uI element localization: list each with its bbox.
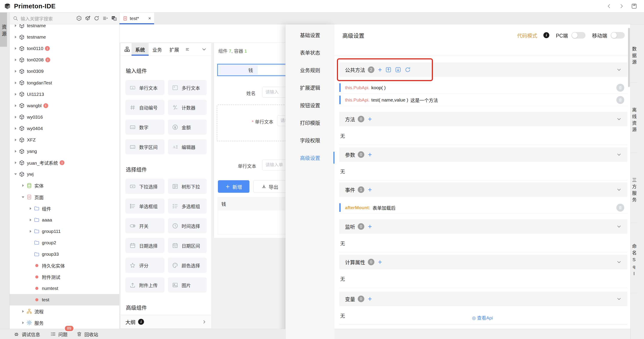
tree-item[interactable]: 实体 (10, 180, 119, 191)
palette-item[interactable]: 评分 (126, 258, 164, 273)
section-header[interactable]: 参数0+ (339, 147, 627, 162)
import-icon[interactable] (385, 66, 392, 73)
chevron-right-icon[interactable] (13, 80, 18, 85)
section-header[interactable]: 公共方法2+ (339, 62, 627, 77)
palette-item[interactable]: 附件上传 (126, 278, 164, 292)
save-icon[interactable] (631, 3, 638, 10)
tree-item[interactable]: test (10, 294, 119, 306)
chevron-right-icon[interactable] (28, 229, 33, 234)
right-sidebar-tab[interactable]: 命名Sql (631, 223, 637, 293)
tree-item[interactable]: 页面 (10, 192, 119, 203)
chevron-right-icon[interactable] (13, 24, 18, 28)
add-icon[interactable]: + (368, 186, 372, 193)
code-mode-link[interactable]: 代码模式 (517, 32, 537, 39)
export-icon[interactable] (395, 66, 401, 73)
right-sidebar-tab[interactable]: 三方服务 (631, 153, 637, 223)
grid-icon[interactable] (124, 46, 130, 52)
add-icon[interactable]: + (378, 258, 382, 266)
refresh-icon[interactable] (94, 15, 100, 21)
chevron-down-icon[interactable] (616, 67, 622, 72)
palette-item[interactable]: 单选框组 (126, 198, 164, 214)
method-row[interactable]: this.PubApi.koop( ) (339, 82, 627, 94)
section-header[interactable]: 监听0+ (339, 219, 627, 234)
chevron-right-icon[interactable] (20, 320, 26, 325)
settings-menu-item[interactable]: 打印模版 (286, 114, 334, 131)
palette-item[interactable]: 开关 (126, 218, 164, 233)
palette-tab-业务[interactable]: 业务 (148, 43, 166, 56)
resource-tree[interactable]: testnametestnameton0110!ton0208!ton0309t… (10, 24, 120, 329)
chevron-right-icon[interactable] (20, 309, 26, 314)
back-icon[interactable] (606, 3, 612, 9)
settings-menu-item[interactable]: 表单状态 (286, 44, 334, 61)
palette-tab-系统[interactable]: 系统 (132, 43, 148, 56)
table-header-cell[interactable]: 钱 (218, 197, 286, 210)
chevron-right-icon[interactable] (13, 138, 18, 142)
chevron-down-icon[interactable] (616, 152, 622, 157)
add-icon[interactable]: + (368, 151, 372, 158)
section-header[interactable]: 事件1+ (339, 182, 627, 197)
tree-item[interactable]: wy0316 (10, 112, 119, 123)
chevron-right-icon[interactable] (13, 149, 18, 154)
statusbar-item-recycle[interactable]: 回收站 (76, 331, 98, 338)
search-input[interactable]: 输入关键字搜索 (20, 15, 53, 22)
mobile-toggle[interactable] (611, 32, 625, 38)
tree-item[interactable]: testname (10, 31, 119, 43)
statusbar-item-debug[interactable]: 调试信息 (14, 331, 40, 338)
sort-icon[interactable] (102, 15, 108, 21)
delete-icon[interactable] (616, 96, 624, 104)
chevron-right-icon[interactable] (13, 69, 18, 74)
scrollbar[interactable] (628, 28, 630, 87)
menu-icon[interactable] (185, 47, 190, 52)
section-header[interactable]: 变量0+ (339, 292, 627, 306)
tree-item[interactable]: numtest (10, 283, 119, 294)
palette-item[interactable]: 图片 (168, 278, 207, 292)
section-header[interactable]: 计算属性0+ (339, 255, 627, 269)
tree-item[interactable]: ywj (10, 168, 119, 180)
section-header[interactable]: 方法0+ (339, 112, 627, 126)
chevron-down-icon[interactable] (616, 224, 622, 229)
chevron-right-icon[interactable] (13, 46, 18, 51)
tree-item[interactable]: testname (10, 24, 119, 31)
chevron-right-icon[interactable] (13, 126, 18, 131)
form-canvas[interactable]: 组件 7, 容器 1 钱 姓名 *单行文本 单行文本 新增 导出 钱 (214, 42, 286, 238)
tree-item[interactable]: group2 (10, 237, 119, 248)
method-row[interactable]: afterMount:表单加载后 (339, 202, 627, 214)
tree-item[interactable]: 组件 (10, 203, 119, 214)
tree-item[interactable]: yuan_考试系统! (10, 157, 119, 168)
palette-tab-扩展[interactable]: 扩展 (166, 43, 183, 56)
chevron-right-icon[interactable] (13, 115, 18, 120)
tree-item[interactable]: aaaa (10, 214, 119, 226)
chevron-down-icon[interactable] (13, 172, 18, 176)
chevron-down-icon[interactable] (616, 296, 622, 302)
tree-item[interactable]: tongdanTest (10, 77, 119, 88)
palette-item[interactable]: A编辑器 (168, 139, 207, 154)
subform-container[interactable]: *单行文本 (217, 104, 286, 141)
tree-item[interactable]: group33 (10, 248, 119, 260)
add-button[interactable]: 新增 (218, 180, 250, 193)
ai-icon[interactable]: AI (76, 15, 82, 21)
tree-item[interactable]: 持久化实体 (10, 260, 119, 271)
settings-menu-item[interactable]: 字段权限 (286, 131, 334, 149)
outline-footer[interactable]: 大纲 (120, 315, 212, 328)
right-sidebar-tab[interactable]: 数据源 (631, 24, 637, 83)
palette-item[interactable]: 日期区间 (168, 238, 207, 253)
palette-item[interactable]: 树形下拉 (168, 179, 207, 194)
close-icon[interactable]: × (148, 16, 151, 21)
settings-menu-item[interactable]: 基础设置 (286, 26, 334, 44)
tree-item[interactable]: 附件测试 (10, 271, 119, 283)
text-input-field[interactable] (266, 162, 285, 168)
method-row[interactable]: this.PubApi.test( name,value )这是一个方法 (339, 94, 627, 106)
tree-item[interactable]: 流程 (10, 306, 119, 317)
tree-item[interactable]: wangbl! (10, 100, 119, 112)
palette-item[interactable]: 自动编号 (126, 100, 164, 115)
pc-toggle[interactable] (572, 32, 586, 38)
palette-item[interactable]: 下拉选择 (126, 179, 164, 194)
tree-item[interactable]: wy0404 (10, 123, 119, 134)
palette-item[interactable]: 计数器 (168, 100, 207, 115)
palette-item[interactable]: 日期选择 (126, 238, 164, 253)
add-icon[interactable]: + (368, 223, 372, 230)
settings-menu-item[interactable]: 业务规则 (286, 61, 334, 79)
delete-icon[interactable] (616, 84, 624, 92)
tab-test[interactable]: test* × (120, 12, 154, 24)
chevron-down-icon[interactable] (616, 260, 622, 265)
